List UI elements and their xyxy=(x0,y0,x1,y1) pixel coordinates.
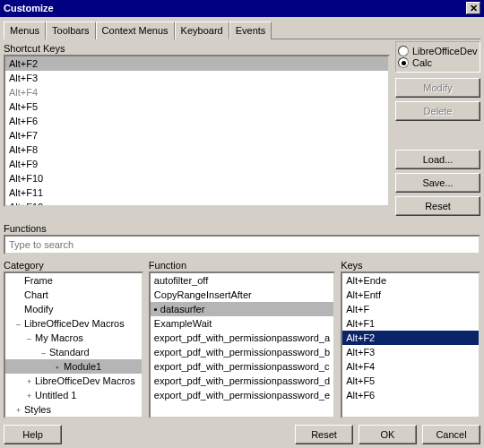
category-item[interactable]: –LibreOfficeDev Macros xyxy=(5,316,142,331)
category-list[interactable]: FrameChartModify–LibreOfficeDev Macros–M… xyxy=(4,271,143,418)
keys-list[interactable]: Alt+EndeAlt+EntfAlt+FAlt+F1Alt+F2Alt+F3A… xyxy=(341,271,480,418)
scope-radio-label: Calc xyxy=(412,57,432,68)
scope-radio[interactable]: LibreOfficeDev xyxy=(398,46,478,56)
keys-item[interactable]: Alt+Ende xyxy=(342,273,479,288)
help-button[interactable]: Help xyxy=(4,425,62,444)
function-item[interactable]: export_pdf_with_permissionpassword_b xyxy=(151,345,333,359)
category-item[interactable]: +LibreOfficeDev Macros xyxy=(5,374,142,388)
shortcut-item[interactable]: Alt+F11 xyxy=(5,185,388,200)
tree-expander-icon[interactable]: – xyxy=(41,349,49,358)
function-label: Function xyxy=(149,260,335,271)
tree-expander-icon[interactable]: + xyxy=(16,406,24,415)
keys-label: Keys xyxy=(341,260,480,271)
search-input[interactable] xyxy=(4,235,480,254)
tree-expander-icon[interactable]: – xyxy=(27,334,35,343)
category-label: Category xyxy=(4,260,143,271)
category-item[interactable]: –My Macros xyxy=(5,331,142,345)
function-item[interactable]: ExampleWait xyxy=(151,316,333,331)
reset-button[interactable]: Reset xyxy=(295,425,353,444)
function-item[interactable]: export_pdf_with_permissionpassword_a xyxy=(151,331,333,345)
close-button[interactable]: ✕ xyxy=(466,2,480,14)
delete-button[interactable]: Delete xyxy=(395,101,480,121)
keys-item[interactable]: Alt+F2 xyxy=(342,331,479,345)
keys-item[interactable]: Alt+F5 xyxy=(342,374,479,388)
keys-item[interactable]: Alt+F4 xyxy=(342,359,479,374)
shortcut-item[interactable]: Alt+F4 xyxy=(5,85,388,99)
window-title: Customize xyxy=(4,3,54,13)
tab-context-menus[interactable]: Context Menus xyxy=(96,22,175,39)
category-item[interactable]: ▪Module1 xyxy=(5,359,142,374)
keys-item[interactable]: Alt+F3 xyxy=(342,345,479,359)
keys-item[interactable]: Alt+F xyxy=(342,302,479,316)
shortcut-item[interactable]: Alt+F3 xyxy=(5,71,388,85)
cancel-button[interactable]: Cancel xyxy=(422,425,480,444)
footer: Help Reset OK Cancel xyxy=(4,425,480,444)
shortcut-item[interactable]: Alt+F2 xyxy=(5,56,388,71)
functions-label: Functions xyxy=(4,223,480,234)
load-button[interactable]: Load... xyxy=(395,150,480,169)
tab-toolbars[interactable]: Toolbars xyxy=(46,22,96,39)
tree-expander-icon[interactable]: – xyxy=(16,320,24,329)
ok-button[interactable]: OK xyxy=(359,425,417,444)
function-item[interactable]: ▪ datasurfer xyxy=(151,302,333,316)
scope-radio-label: LibreOfficeDev xyxy=(412,46,478,56)
tab-menus[interactable]: Menus xyxy=(4,22,46,39)
category-item[interactable]: –Standard xyxy=(5,345,142,359)
shortcut-item[interactable]: Alt+F6 xyxy=(5,114,388,128)
shortcut-keys-label: Shortcut Keys xyxy=(4,43,390,54)
scope-group: LibreOfficeDevCalc xyxy=(395,41,480,73)
shortcut-keys-list[interactable]: Alt+F2Alt+F3Alt+F4Alt+F5Alt+F6Alt+F7Alt+… xyxy=(4,55,390,207)
shortcut-item[interactable]: Alt+F10 xyxy=(5,171,388,185)
keys-item[interactable]: Alt+F1 xyxy=(342,316,479,331)
category-item[interactable]: Frame xyxy=(5,273,142,288)
tab-keyboard[interactable]: Keyboard xyxy=(175,22,229,39)
tree-expander-icon[interactable]: ▪ xyxy=(56,363,64,372)
keys-item[interactable]: Alt+Entf xyxy=(342,288,479,302)
function-item[interactable]: export_pdf_with_permissionpassword_c xyxy=(151,359,333,374)
category-item[interactable]: Chart xyxy=(5,288,142,302)
titlebar: Customize ✕ xyxy=(0,0,484,17)
category-item[interactable]: +Untitled 1 xyxy=(5,388,142,402)
reset-top-button[interactable]: Reset xyxy=(395,196,480,216)
scope-radio[interactable]: Calc xyxy=(398,57,478,68)
shortcut-item[interactable]: Alt+F5 xyxy=(5,99,388,114)
shortcut-item[interactable]: Alt+F9 xyxy=(5,157,388,171)
tree-expander-icon[interactable]: + xyxy=(27,392,35,401)
tab-bar: MenusToolbarsContext MenusKeyboardEvents xyxy=(4,21,480,39)
function-list[interactable]: autofilter_offCopyRangeInsertAfter▪ data… xyxy=(149,271,335,418)
modify-button[interactable]: Modify xyxy=(395,78,480,98)
tree-expander-icon[interactable]: + xyxy=(27,377,35,386)
shortcut-item[interactable]: Alt+F7 xyxy=(5,128,388,142)
function-item[interactable]: CopyRangeInsertAfter xyxy=(151,288,333,302)
category-item[interactable]: Modify xyxy=(5,302,142,316)
function-item[interactable]: export_pdf_with_permissionpassword_d xyxy=(151,374,333,388)
keys-item[interactable]: Alt+F6 xyxy=(342,388,479,402)
function-item[interactable]: autofilter_off xyxy=(151,273,333,288)
tab-events[interactable]: Events xyxy=(229,22,272,39)
shortcut-item[interactable]: Alt+F8 xyxy=(5,142,388,157)
function-item[interactable]: export_pdf_with_permissionpassword_e xyxy=(151,388,333,402)
category-item[interactable]: +Styles xyxy=(5,402,142,417)
shortcut-item[interactable]: Alt+F12 xyxy=(5,200,388,207)
save-button[interactable]: Save... xyxy=(395,173,480,193)
